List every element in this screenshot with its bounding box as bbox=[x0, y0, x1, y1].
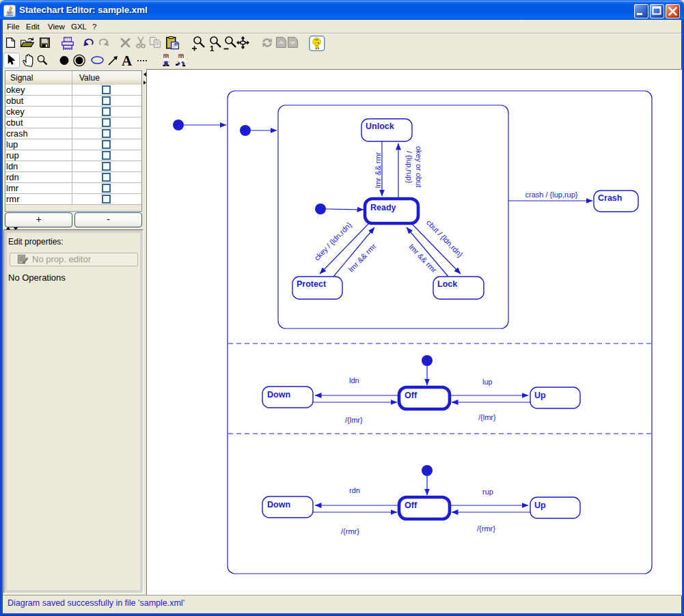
svg-text:cbut / {ldn,rdn}: cbut / {ldn,rdn} bbox=[425, 219, 465, 260]
svg-text:/{lmr}: /{lmr} bbox=[345, 416, 363, 424]
svg-text:rdn: rdn bbox=[349, 486, 360, 494]
svg-text:/ {lup,rup}: / {lup,rup} bbox=[405, 151, 413, 183]
svg-text:okey or obut: okey or obut bbox=[415, 146, 423, 188]
svg-text:rup: rup bbox=[482, 488, 493, 496]
svg-text:Down: Down bbox=[267, 500, 290, 509]
svg-text:ldn: ldn bbox=[349, 376, 359, 384]
svg-text:Ready: Ready bbox=[370, 203, 396, 212]
svg-text:crash / {lup,rup}: crash / {lup,rup} bbox=[525, 191, 577, 199]
svg-text:1: 1 bbox=[210, 44, 214, 53]
svg-text:/{rmr}: /{rmr} bbox=[341, 527, 359, 535]
svg-text:ckey / {ldn,rdn}: ckey / {ldn,rdn} bbox=[313, 221, 353, 262]
svg-text:lup: lup bbox=[482, 378, 493, 386]
svg-text:/{lmr}: /{lmr} bbox=[478, 413, 496, 421]
svg-text:Off: Off bbox=[405, 501, 418, 510]
svg-text:Unlock: Unlock bbox=[366, 122, 394, 131]
svg-text:Lock: Lock bbox=[437, 279, 457, 289]
svg-text:Up: Up bbox=[534, 391, 546, 400]
svg-text:Off: Off bbox=[405, 391, 418, 400]
svg-text:A: A bbox=[122, 53, 133, 69]
svg-text:lmr && rmr: lmr && rmr bbox=[347, 242, 378, 273]
svg-text:Crash: Crash bbox=[598, 193, 622, 203]
svg-text:/{rmr}: /{rmr} bbox=[477, 524, 495, 533]
svg-text:Protect: Protect bbox=[297, 279, 327, 289]
svg-text:Down: Down bbox=[267, 390, 290, 400]
svg-text:Up: Up bbox=[534, 501, 546, 510]
svg-text:lmr && rmr: lmr && rmr bbox=[374, 152, 382, 188]
